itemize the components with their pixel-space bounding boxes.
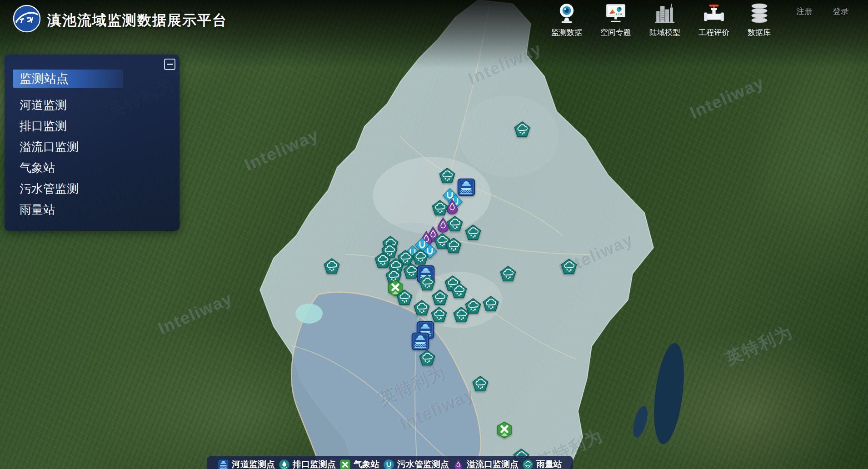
sidebar-item-weather-station[interactable]: 气象站 [5,157,180,178]
rain-station-marker[interactable] [323,258,340,275]
meteo-legend-icon [339,459,351,469]
rain-station-marker[interactable] [450,282,468,299]
legend-label: 雨量站 [536,459,562,469]
rain-station-marker[interactable] [419,349,436,367]
outlet-legend-icon [279,459,290,469]
river-station-marker[interactable] [411,332,429,350]
panel-header-monitoring-stations[interactable]: 监测站点 [13,70,123,88]
legend-item-overflow[interactable]: 溢流口监测点 [453,459,519,469]
rain-station-marker[interactable] [431,289,449,306]
sidebar-item-rain-station[interactable]: 雨量站 [5,199,180,220]
city-buildings-icon [654,2,676,26]
rain-station-marker[interactable] [499,265,517,283]
main-nav: 监测数据空间专题陆域模型工程评价数据库 [551,2,771,38]
auth-links: 注册 登录 [796,6,849,17]
monitor-chart-icon [605,2,627,26]
rain-station-marker[interactable] [439,167,456,185]
sidebar-item-sewer-monitoring[interactable]: 污水管监测 [5,178,180,199]
rain-station-marker[interactable] [453,306,470,324]
rain-station-marker[interactable] [560,258,578,275]
pipe-valve-icon [703,2,725,26]
nav-label: 工程评价 [698,27,729,38]
header-bar: 滇池流域监测数据展示平台 监测数据空间专题陆域模型工程评价数据库 注册 登录 [0,0,868,45]
database-icon [748,2,770,26]
rain-station-marker[interactable] [472,375,489,393]
legend-label: 排口监测点 [293,459,336,469]
rain-station-marker[interactable] [482,295,499,313]
page-title: 滇池流域监测数据展示平台 [47,11,227,30]
river-legend-icon [218,459,229,469]
nav-item-monitoring-data[interactable]: 监测数据 [551,2,582,38]
minus-icon [167,64,173,65]
legend-item-river[interactable]: 河道监测点 [218,459,275,469]
rain-station-marker[interactable] [464,224,482,241]
login-link[interactable]: 登录 [833,6,849,17]
collapse-panel-button[interactable] [164,59,175,70]
nav-item-database[interactable]: 数据库 [748,2,771,38]
legend-label: 河道监测点 [232,459,275,469]
legend-label: 溢流口监测点 [467,459,519,469]
panel-item-list: 河道监测排口监测溢流口监测气象站污水管监测雨量站 [5,95,180,220]
nav-item-spatial-themes[interactable]: 空间专题 [600,2,631,38]
meteo-station-marker[interactable] [497,421,513,439]
rain-station-marker[interactable] [514,121,531,138]
map-legend: 河道监测点排口监测点气象站污水管监测点溢流口监测点雨量站 [207,456,573,469]
rain-station-marker[interactable] [413,299,430,317]
legend-item-meteo[interactable]: 气象站 [339,459,379,469]
nav-label: 数据库 [748,27,771,38]
register-link[interactable]: 注册 [796,6,813,17]
sidebar-item-river-monitoring[interactable]: 河道监测 [5,95,180,115]
legend-label: 污水管监测点 [397,459,449,469]
nav-label: 监测数据 [551,27,582,38]
monitoring-stations-panel: 监测站点 河道监测排口监测溢流口监测气象站污水管监测雨量站 [5,55,180,231]
app-root: InteliwayInteliwayInteliwayInteliwayInte… [0,0,868,469]
overflow-legend-icon [453,459,464,469]
rain-station-marker[interactable] [445,237,462,254]
sidebar-item-overflow-monitoring[interactable]: 溢流口监测 [5,136,180,157]
legend-label: 气象站 [354,459,379,469]
nav-item-land-model[interactable]: 陆域模型 [649,2,680,38]
nav-label: 陆域模型 [649,27,680,38]
sidebar-item-outlet-monitoring[interactable]: 排口监测 [5,115,180,136]
rain-station-marker[interactable] [431,200,449,217]
rain-station-marker[interactable] [396,289,413,306]
legend-item-sewage[interactable]: 污水管监测点 [383,459,449,469]
legend-item-rain[interactable]: 雨量站 [522,459,562,469]
legend-item-outlet[interactable]: 排口监测点 [279,459,336,469]
sewage-legend-icon [383,459,394,469]
camera-icon [556,2,578,26]
platform-logo [13,5,41,33]
nav-item-project-evaluation[interactable]: 工程评价 [698,2,729,38]
rain-legend-icon [522,459,534,469]
nav-label: 空间专题 [600,27,631,38]
